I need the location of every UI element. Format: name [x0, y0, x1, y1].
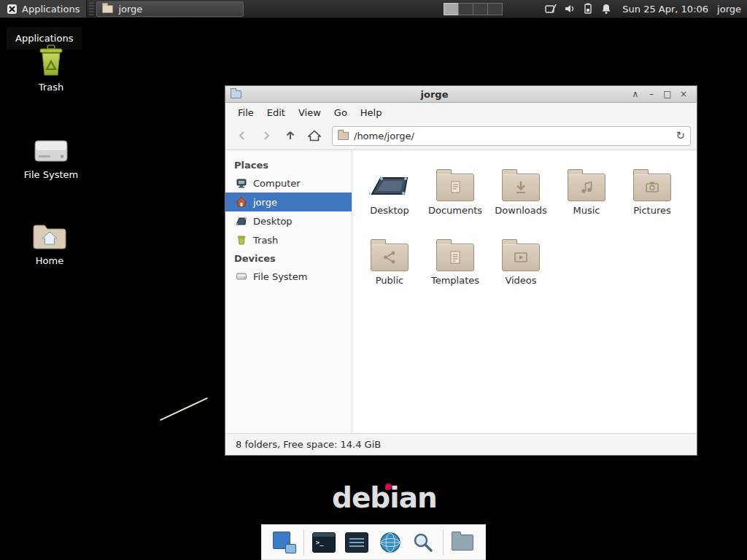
public-folder-icon: [371, 244, 409, 271]
sidebar-item-trash[interactable]: Trash: [225, 230, 352, 249]
web-browser-launcher[interactable]: [376, 529, 404, 556]
app-finder-launcher[interactable]: [409, 529, 437, 556]
sidebar-item-file-system[interactable]: File System: [225, 267, 352, 286]
menu-help[interactable]: Help: [354, 104, 389, 121]
battery-icon[interactable]: [582, 3, 594, 15]
file-manager-launcher[interactable]: [449, 529, 476, 556]
menu-edit[interactable]: Edit: [260, 104, 292, 121]
minimize-window-button[interactable]: –: [643, 86, 659, 102]
drive-icon: [236, 271, 247, 282]
desktop-icon-home[interactable]: Home: [15, 216, 85, 266]
file-item-label: Music: [573, 205, 600, 216]
forward-button[interactable]: [255, 125, 277, 146]
workspace-switcher: [444, 3, 503, 15]
file-item-label: Pictures: [633, 205, 670, 216]
home-icon: [308, 130, 321, 141]
shade-window-button[interactable]: ∧: [627, 86, 643, 102]
file-item-label: Public: [376, 275, 403, 286]
desktop-icon-label: Trash: [16, 82, 86, 93]
taskbar-window-button[interactable]: jorge: [96, 1, 244, 17]
drive-icon: [16, 130, 86, 165]
menu-file[interactable]: File: [231, 104, 260, 121]
sidebar-item-label: Computer: [253, 178, 301, 189]
debian-wordmark-text: debian: [332, 481, 437, 514]
sidebar-places-header: Places: [225, 156, 352, 174]
home-button[interactable]: [303, 125, 325, 146]
location-bar[interactable]: ↻: [332, 126, 691, 146]
sidebar-item-label: File System: [253, 271, 307, 282]
trash-icon: [16, 42, 86, 77]
desktop-surface-icon: [369, 160, 410, 201]
back-button[interactable]: [231, 125, 253, 146]
workspace-4[interactable]: [487, 3, 503, 15]
videos-folder-icon: [502, 244, 540, 271]
dock-panel: >_: [261, 524, 486, 560]
dock-separator: [303, 529, 304, 556]
sidebar-item-jorge[interactable]: jorge: [225, 192, 352, 211]
terminal-launcher[interactable]: >_: [310, 529, 338, 556]
sidebar-item-label: Trash: [253, 235, 278, 246]
sidebar-item-computer[interactable]: Computer: [225, 174, 352, 192]
file-item-label: Videos: [505, 275, 536, 286]
show-desktop-icon: [273, 532, 296, 553]
file-item-templates[interactable]: Templates: [422, 230, 488, 286]
sidebar-item-label: Desktop: [253, 216, 293, 227]
file-item-downloads[interactable]: Downloads: [488, 160, 554, 216]
workspace-3[interactable]: [473, 3, 488, 15]
workspace-2[interactable]: [458, 3, 473, 15]
file-item-videos[interactable]: Videos: [488, 230, 554, 286]
file-manager-window: jorge ∧ – □ × File Edit View Go Help ↻: [225, 85, 697, 456]
menu-go[interactable]: Go: [328, 104, 354, 121]
window-menu-icon[interactable]: [231, 90, 241, 98]
templates-folder-icon: [436, 244, 474, 271]
volume-icon[interactable]: [564, 3, 576, 15]
file-item-label: Documents: [428, 205, 482, 216]
tablet-input-icon[interactable]: [545, 3, 557, 15]
applications-menu-label: Applications: [22, 4, 80, 15]
up-button[interactable]: [279, 125, 301, 146]
desktop-icon-file-system[interactable]: File System: [16, 130, 86, 180]
workspace-1[interactable]: [444, 3, 459, 15]
debian-swirl-icon: [385, 483, 392, 490]
show-desktop-button[interactable]: [271, 529, 298, 556]
window-title: jorge: [241, 89, 627, 100]
path-input[interactable]: [354, 131, 670, 141]
status-text: 8 folders, Free space: 14.4 GiB: [236, 439, 381, 450]
maximize-window-button[interactable]: □: [659, 86, 676, 102]
desktop-icon-label: Home: [15, 255, 85, 266]
taskbar-window-label: jorge: [118, 4, 142, 15]
reload-icon[interactable]: ↻: [676, 131, 685, 141]
magnifier-icon: [411, 531, 435, 554]
file-item-public[interactable]: Public: [357, 230, 422, 286]
desktop-icon-trash[interactable]: Trash: [16, 42, 86, 93]
top-panel: Applications jorge: [0, 0, 747, 18]
sidebar-item-desktop[interactable]: Desktop: [225, 211, 352, 230]
applications-menu-button[interactable]: Applications: [0, 0, 87, 18]
file-item-documents[interactable]: Documents: [422, 160, 488, 216]
console-launcher[interactable]: [343, 529, 371, 556]
file-item-label: Templates: [431, 275, 479, 286]
sidebar-devices-header: Devices: [225, 249, 352, 267]
file-item-pictures[interactable]: Pictures: [619, 160, 685, 216]
computer-icon: [236, 177, 247, 189]
panel-grip: [89, 2, 94, 15]
notification-bell-icon[interactable]: [600, 3, 612, 15]
window-titlebar[interactable]: jorge ∧ – □ ×: [225, 86, 697, 103]
panel-clock[interactable]: Sun 25 Apr, 10:06: [622, 4, 708, 15]
user-home-icon: [236, 196, 247, 208]
menu-view[interactable]: View: [292, 104, 328, 121]
menu-bar: File Edit View Go Help: [225, 103, 697, 122]
panel-user-action[interactable]: jorge: [717, 4, 741, 15]
applications-menu-icon: [7, 4, 18, 15]
file-item-desktop[interactable]: Desktop: [357, 160, 422, 216]
desktop-icon-label: File System: [16, 169, 86, 180]
system-tray: [545, 3, 612, 15]
panel-right-cluster: Sun 25 Apr, 10:06 jorge: [444, 3, 747, 15]
close-window-button[interactable]: ×: [676, 86, 692, 102]
toolbar: ↻: [225, 122, 697, 150]
file-item-music[interactable]: Music: [554, 160, 619, 216]
debian-wordmark: debian: [332, 481, 437, 514]
chevron-left-icon: [236, 130, 248, 141]
terminal-icon: >_: [312, 532, 336, 553]
desktop-artifact-line: [160, 397, 208, 421]
